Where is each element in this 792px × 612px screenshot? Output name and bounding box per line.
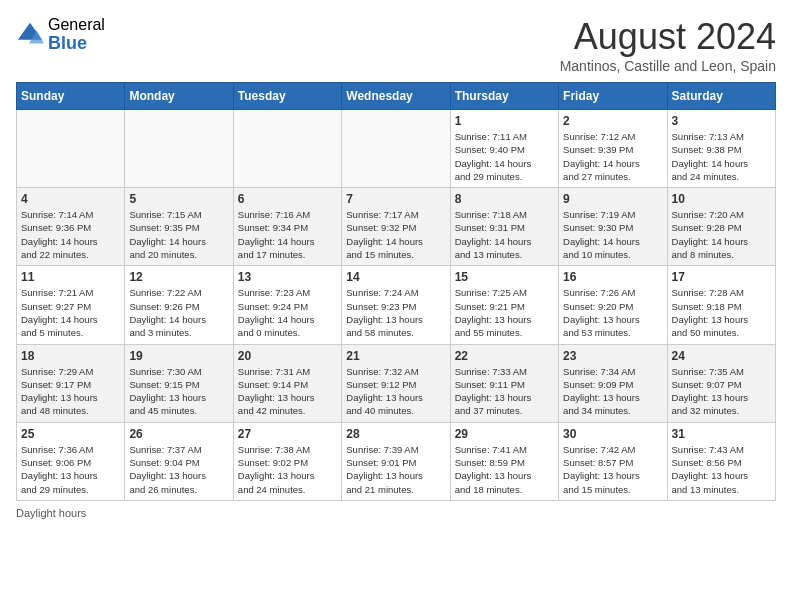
day-number: 3 (672, 114, 771, 128)
day-number: 14 (346, 270, 445, 284)
location: Mantinos, Castille and Leon, Spain (560, 58, 776, 74)
day-number: 4 (21, 192, 120, 206)
calendar-day-cell (233, 110, 341, 188)
day-info: Sunrise: 7:43 AM Sunset: 8:56 PM Dayligh… (672, 443, 771, 496)
logo-text: General Blue (48, 16, 105, 53)
calendar-day-cell (17, 110, 125, 188)
day-info: Sunrise: 7:28 AM Sunset: 9:18 PM Dayligh… (672, 286, 771, 339)
day-number: 9 (563, 192, 662, 206)
day-number: 29 (455, 427, 554, 441)
day-info: Sunrise: 7:17 AM Sunset: 9:32 PM Dayligh… (346, 208, 445, 261)
day-of-week-header: Friday (559, 83, 667, 110)
day-number: 6 (238, 192, 337, 206)
day-number: 12 (129, 270, 228, 284)
calendar-day-cell: 12Sunrise: 7:22 AM Sunset: 9:26 PM Dayli… (125, 266, 233, 344)
day-info: Sunrise: 7:42 AM Sunset: 8:57 PM Dayligh… (563, 443, 662, 496)
logo: General Blue (16, 16, 105, 53)
calendar-day-cell: 4Sunrise: 7:14 AM Sunset: 9:36 PM Daylig… (17, 188, 125, 266)
day-info: Sunrise: 7:35 AM Sunset: 9:07 PM Dayligh… (672, 365, 771, 418)
day-number: 17 (672, 270, 771, 284)
calendar-day-cell: 20Sunrise: 7:31 AM Sunset: 9:14 PM Dayli… (233, 344, 341, 422)
logo-icon (16, 21, 44, 49)
day-info: Sunrise: 7:36 AM Sunset: 9:06 PM Dayligh… (21, 443, 120, 496)
day-number: 27 (238, 427, 337, 441)
calendar-day-cell: 31Sunrise: 7:43 AM Sunset: 8:56 PM Dayli… (667, 422, 775, 500)
day-number: 20 (238, 349, 337, 363)
day-info: Sunrise: 7:29 AM Sunset: 9:17 PM Dayligh… (21, 365, 120, 418)
calendar-day-cell: 21Sunrise: 7:32 AM Sunset: 9:12 PM Dayli… (342, 344, 450, 422)
day-info: Sunrise: 7:22 AM Sunset: 9:26 PM Dayligh… (129, 286, 228, 339)
day-info: Sunrise: 7:25 AM Sunset: 9:21 PM Dayligh… (455, 286, 554, 339)
calendar-day-cell: 30Sunrise: 7:42 AM Sunset: 8:57 PM Dayli… (559, 422, 667, 500)
calendar-day-cell: 11Sunrise: 7:21 AM Sunset: 9:27 PM Dayli… (17, 266, 125, 344)
calendar-day-cell: 23Sunrise: 7:34 AM Sunset: 9:09 PM Dayli… (559, 344, 667, 422)
calendar-header-row: SundayMondayTuesdayWednesdayThursdayFrid… (17, 83, 776, 110)
day-info: Sunrise: 7:23 AM Sunset: 9:24 PM Dayligh… (238, 286, 337, 339)
day-number: 24 (672, 349, 771, 363)
day-info: Sunrise: 7:18 AM Sunset: 9:31 PM Dayligh… (455, 208, 554, 261)
day-number: 1 (455, 114, 554, 128)
day-info: Sunrise: 7:15 AM Sunset: 9:35 PM Dayligh… (129, 208, 228, 261)
calendar-week-row: 18Sunrise: 7:29 AM Sunset: 9:17 PM Dayli… (17, 344, 776, 422)
calendar-day-cell: 27Sunrise: 7:38 AM Sunset: 9:02 PM Dayli… (233, 422, 341, 500)
calendar-day-cell: 10Sunrise: 7:20 AM Sunset: 9:28 PM Dayli… (667, 188, 775, 266)
day-info: Sunrise: 7:16 AM Sunset: 9:34 PM Dayligh… (238, 208, 337, 261)
day-info: Sunrise: 7:11 AM Sunset: 9:40 PM Dayligh… (455, 130, 554, 183)
calendar-day-cell: 18Sunrise: 7:29 AM Sunset: 9:17 PM Dayli… (17, 344, 125, 422)
day-info: Sunrise: 7:38 AM Sunset: 9:02 PM Dayligh… (238, 443, 337, 496)
day-of-week-header: Saturday (667, 83, 775, 110)
day-info: Sunrise: 7:39 AM Sunset: 9:01 PM Dayligh… (346, 443, 445, 496)
day-number: 10 (672, 192, 771, 206)
day-number: 16 (563, 270, 662, 284)
calendar-day-cell: 24Sunrise: 7:35 AM Sunset: 9:07 PM Dayli… (667, 344, 775, 422)
footer: Daylight hours (16, 507, 776, 519)
day-number: 8 (455, 192, 554, 206)
calendar-week-row: 11Sunrise: 7:21 AM Sunset: 9:27 PM Dayli… (17, 266, 776, 344)
day-number: 19 (129, 349, 228, 363)
calendar-day-cell: 25Sunrise: 7:36 AM Sunset: 9:06 PM Dayli… (17, 422, 125, 500)
calendar-day-cell: 16Sunrise: 7:26 AM Sunset: 9:20 PM Dayli… (559, 266, 667, 344)
title-block: August 2024 Mantinos, Castille and Leon,… (560, 16, 776, 74)
calendar-day-cell: 14Sunrise: 7:24 AM Sunset: 9:23 PM Dayli… (342, 266, 450, 344)
calendar-day-cell: 2Sunrise: 7:12 AM Sunset: 9:39 PM Daylig… (559, 110, 667, 188)
day-info: Sunrise: 7:34 AM Sunset: 9:09 PM Dayligh… (563, 365, 662, 418)
day-of-week-header: Thursday (450, 83, 558, 110)
calendar-day-cell (342, 110, 450, 188)
calendar-day-cell: 28Sunrise: 7:39 AM Sunset: 9:01 PM Dayli… (342, 422, 450, 500)
calendar-day-cell: 17Sunrise: 7:28 AM Sunset: 9:18 PM Dayli… (667, 266, 775, 344)
day-info: Sunrise: 7:12 AM Sunset: 9:39 PM Dayligh… (563, 130, 662, 183)
day-info: Sunrise: 7:24 AM Sunset: 9:23 PM Dayligh… (346, 286, 445, 339)
calendar-day-cell: 22Sunrise: 7:33 AM Sunset: 9:11 PM Dayli… (450, 344, 558, 422)
day-number: 31 (672, 427, 771, 441)
calendar-week-row: 25Sunrise: 7:36 AM Sunset: 9:06 PM Dayli… (17, 422, 776, 500)
day-number: 15 (455, 270, 554, 284)
day-number: 5 (129, 192, 228, 206)
day-info: Sunrise: 7:20 AM Sunset: 9:28 PM Dayligh… (672, 208, 771, 261)
calendar-day-cell: 3Sunrise: 7:13 AM Sunset: 9:38 PM Daylig… (667, 110, 775, 188)
logo-blue: Blue (48, 34, 105, 54)
calendar-day-cell: 26Sunrise: 7:37 AM Sunset: 9:04 PM Dayli… (125, 422, 233, 500)
day-of-week-header: Monday (125, 83, 233, 110)
day-number: 23 (563, 349, 662, 363)
daylight-label: Daylight hours (16, 507, 86, 519)
calendar-day-cell: 6Sunrise: 7:16 AM Sunset: 9:34 PM Daylig… (233, 188, 341, 266)
day-info: Sunrise: 7:26 AM Sunset: 9:20 PM Dayligh… (563, 286, 662, 339)
day-number: 28 (346, 427, 445, 441)
calendar-day-cell: 9Sunrise: 7:19 AM Sunset: 9:30 PM Daylig… (559, 188, 667, 266)
day-number: 2 (563, 114, 662, 128)
day-number: 22 (455, 349, 554, 363)
day-info: Sunrise: 7:32 AM Sunset: 9:12 PM Dayligh… (346, 365, 445, 418)
day-info: Sunrise: 7:31 AM Sunset: 9:14 PM Dayligh… (238, 365, 337, 418)
day-number: 21 (346, 349, 445, 363)
day-of-week-header: Tuesday (233, 83, 341, 110)
day-info: Sunrise: 7:33 AM Sunset: 9:11 PM Dayligh… (455, 365, 554, 418)
calendar-day-cell: 15Sunrise: 7:25 AM Sunset: 9:21 PM Dayli… (450, 266, 558, 344)
day-of-week-header: Sunday (17, 83, 125, 110)
day-number: 26 (129, 427, 228, 441)
day-number: 11 (21, 270, 120, 284)
month-year: August 2024 (560, 16, 776, 58)
day-of-week-header: Wednesday (342, 83, 450, 110)
calendar-table: SundayMondayTuesdayWednesdayThursdayFrid… (16, 82, 776, 501)
day-info: Sunrise: 7:21 AM Sunset: 9:27 PM Dayligh… (21, 286, 120, 339)
day-info: Sunrise: 7:14 AM Sunset: 9:36 PM Dayligh… (21, 208, 120, 261)
